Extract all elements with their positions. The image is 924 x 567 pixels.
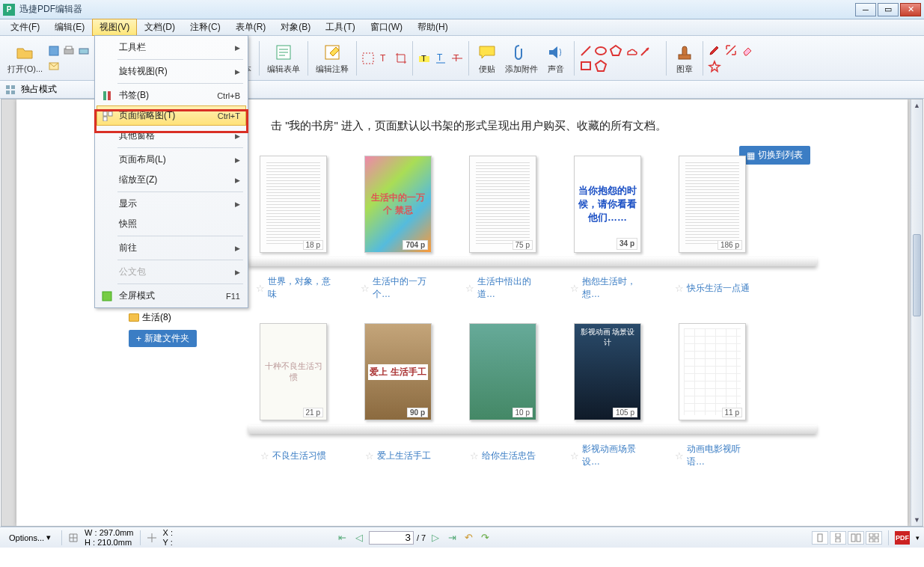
tree-item-life[interactable]: 生活(8) xyxy=(129,310,197,325)
line-icon[interactable] xyxy=(579,44,593,58)
book-item[interactable]: 18 p xyxy=(256,156,331,253)
book-item[interactable]: 十种不良生活习惯21 p xyxy=(256,323,331,420)
book-title[interactable]: ☆抱怨生活时，想… xyxy=(570,275,645,301)
close-button[interactable]: ✕ xyxy=(900,3,921,16)
save-icon[interactable] xyxy=(47,44,61,58)
print-icon[interactable] xyxy=(62,44,76,58)
grid-icon[interactable] xyxy=(4,84,16,96)
book-item[interactable]: 当你抱怨的时候，请你看看他们……34 p xyxy=(570,156,645,253)
dd-other-panes[interactable]: 其他窗格▶ xyxy=(97,126,246,146)
dd-display[interactable]: 显示▶ xyxy=(97,194,246,214)
sound-button[interactable]: 声音 xyxy=(542,40,569,76)
switch-to-list-button[interactable]: ▦ 切换到列表 xyxy=(739,146,810,165)
mail-icon[interactable] xyxy=(47,59,61,73)
pencil-icon[interactable] xyxy=(708,43,721,57)
scroll-up-icon[interactable]: ▲ xyxy=(911,99,923,111)
svg-rect-0 xyxy=(49,46,58,55)
two-page-icon[interactable] xyxy=(848,531,864,545)
book-title[interactable]: ☆世界，对象，意味 xyxy=(256,275,331,301)
book-item[interactable]: 影视动画 场景设计105 p xyxy=(570,323,645,420)
two-continuous-icon[interactable] xyxy=(866,531,882,545)
text-select-icon[interactable]: T xyxy=(378,52,391,65)
book-item[interactable]: 10 p xyxy=(465,323,540,420)
maximize-button[interactable]: ▭ xyxy=(878,3,899,16)
dd-rotate-view[interactable]: 旋转视图(R)▶ xyxy=(97,61,246,82)
menu-window[interactable]: 窗口(W) xyxy=(363,19,410,36)
printer2-icon[interactable] xyxy=(77,44,91,58)
resize-icon[interactable] xyxy=(724,43,738,57)
add-attachment-button[interactable]: 添加附件 xyxy=(502,40,541,76)
menu-help[interactable]: 帮助(H) xyxy=(410,19,456,36)
crop-icon[interactable] xyxy=(394,52,408,65)
eraser-icon[interactable] xyxy=(741,43,754,57)
book-item[interactable]: 生活中的一万个 禁忌704 p xyxy=(361,156,435,253)
exclusive-mode-label[interactable]: 独占模式 xyxy=(21,83,57,96)
strike-icon[interactable]: T xyxy=(450,52,464,65)
book-title[interactable]: ☆不良生活习惯 xyxy=(256,443,331,468)
dd-bookmark[interactable]: 书签(B)Ctrl+B xyxy=(97,85,246,105)
cloud-icon[interactable] xyxy=(624,44,637,58)
dd-fullscreen[interactable]: 全屏模式F11 xyxy=(97,286,246,306)
book-title[interactable]: ☆爱上生活手工 xyxy=(361,443,435,468)
star-icon: ☆ xyxy=(256,283,265,294)
edit-comment-button[interactable]: 编辑注释 xyxy=(313,40,352,76)
edit-form-button[interactable]: 编辑表单 xyxy=(264,40,303,76)
book-title[interactable]: ☆给你生活忠告 xyxy=(465,443,540,468)
first-page-icon[interactable]: ⇤ xyxy=(336,531,349,545)
book-title[interactable]: ☆影视动画场景设… xyxy=(570,443,645,468)
menu-tools[interactable]: 工具(T) xyxy=(318,19,362,36)
book-title[interactable]: ☆生活中悟出的道… xyxy=(465,275,540,301)
menu-object[interactable]: 对象(B) xyxy=(273,19,318,36)
scrollbar-thumb[interactable] xyxy=(913,234,921,316)
book-title-text: 不良生活习惯 xyxy=(272,450,326,462)
polygon-icon[interactable] xyxy=(609,44,622,58)
rect-icon[interactable] xyxy=(579,59,593,73)
dd-toolbar[interactable]: 工具栏▶ xyxy=(97,37,246,58)
vertical-scrollbar[interactable]: ▲ ▼ xyxy=(911,99,923,526)
dd-thumbnails[interactable]: 页面缩略图(T)Ctrl+T xyxy=(97,105,246,126)
continuous-icon[interactable] xyxy=(830,531,846,545)
forward-nav-icon[interactable]: ↷ xyxy=(478,531,492,545)
shapes-group xyxy=(579,44,661,73)
back-nav-icon[interactable]: ↶ xyxy=(462,531,475,545)
page-navigation: ⇤ ◁ / 7 ▷ ⇥ ↶ ↷ xyxy=(336,531,492,545)
pentagon-icon[interactable] xyxy=(594,59,608,73)
last-page-icon[interactable]: ⇥ xyxy=(445,531,459,545)
scroll-down-icon[interactable]: ▼ xyxy=(911,514,923,526)
selection-icon[interactable] xyxy=(361,52,375,65)
next-page-icon[interactable]: ▷ xyxy=(429,531,442,545)
circle-icon[interactable] xyxy=(594,44,608,58)
single-page-icon[interactable] xyxy=(812,531,828,545)
book-title[interactable]: ☆生活中的一万个… xyxy=(361,275,435,301)
book-item[interactable]: 爱上 生活手工90 p xyxy=(361,323,435,420)
page-input[interactable] xyxy=(369,531,414,545)
open-button[interactable]: 打开(O)... xyxy=(4,40,46,76)
new-folder-button[interactable]: +新建文件夹 xyxy=(129,330,197,347)
minimize-button[interactable]: ─ xyxy=(855,3,876,16)
highlight-icon[interactable]: T xyxy=(417,52,431,65)
book-item[interactable]: 11 p xyxy=(675,323,750,420)
prev-page-icon[interactable]: ◁ xyxy=(352,531,366,545)
dd-goto[interactable]: 前往▶ xyxy=(97,238,246,258)
menu-file[interactable]: 文件(F) xyxy=(3,19,47,36)
menu-document[interactable]: 文档(D) xyxy=(137,19,183,36)
book-title[interactable]: ☆快乐生活一点通 xyxy=(675,275,750,301)
dropdown-arrow-icon[interactable]: ▾ xyxy=(916,534,920,542)
dd-snapshot[interactable]: 快照 xyxy=(97,214,246,234)
book-item[interactable]: 186 p xyxy=(675,156,750,253)
menu-edit[interactable]: 编辑(E) xyxy=(47,19,92,36)
book-title[interactable]: ☆动画电影视听语… xyxy=(675,443,750,468)
arrow-icon[interactable] xyxy=(639,44,652,58)
options-button[interactable]: Options... ▾ xyxy=(4,531,55,544)
stamp-button[interactable]: 图章 xyxy=(671,40,698,76)
menu-view[interactable]: 视图(V) xyxy=(92,19,137,36)
star-shape-icon[interactable] xyxy=(708,60,721,73)
pdf-badge-icon[interactable]: PDF xyxy=(895,531,910,545)
menu-comment[interactable]: 注释(C) xyxy=(183,19,228,36)
underline-icon[interactable]: T xyxy=(434,52,447,65)
dd-zoom-to[interactable]: 缩放至(Z)▶ xyxy=(97,170,246,190)
book-item[interactable]: 75 p xyxy=(465,156,540,253)
sticky-note-button[interactable]: 便贴 xyxy=(474,40,501,76)
dd-page-layout[interactable]: 页面布局(L)▶ xyxy=(97,150,246,170)
menu-form[interactable]: 表单(R) xyxy=(228,19,274,36)
